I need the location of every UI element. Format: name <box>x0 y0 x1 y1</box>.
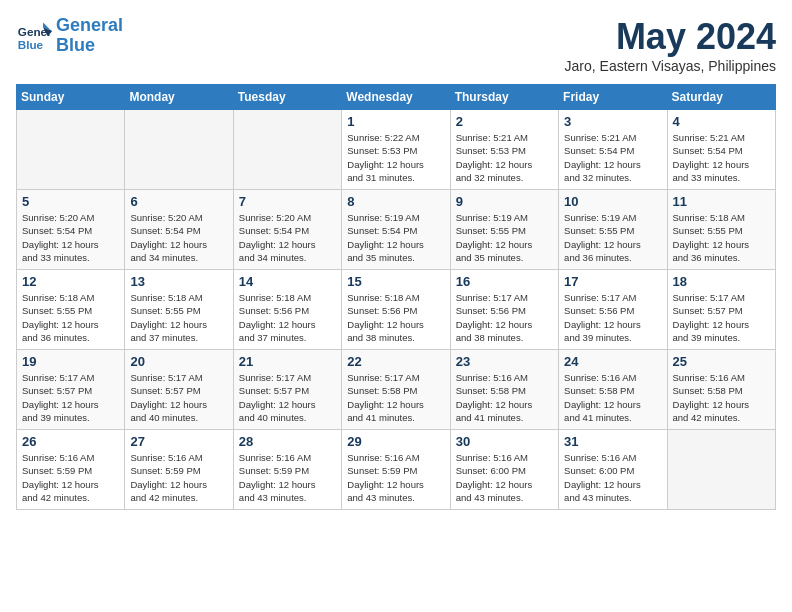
day-number: 12 <box>22 274 119 289</box>
day-number: 7 <box>239 194 336 209</box>
page-header: General Blue General Blue May 2024 Jaro,… <box>16 16 776 74</box>
calendar-day: 16Sunrise: 5:17 AM Sunset: 5:56 PM Dayli… <box>450 270 558 350</box>
calendar-day: 15Sunrise: 5:18 AM Sunset: 5:56 PM Dayli… <box>342 270 450 350</box>
day-info: Sunrise: 5:18 AM Sunset: 5:56 PM Dayligh… <box>347 291 444 344</box>
day-info: Sunrise: 5:17 AM Sunset: 5:57 PM Dayligh… <box>130 371 227 424</box>
day-info: Sunrise: 5:16 AM Sunset: 5:58 PM Dayligh… <box>564 371 661 424</box>
day-info: Sunrise: 5:22 AM Sunset: 5:53 PM Dayligh… <box>347 131 444 184</box>
weekday-header: Tuesday <box>233 85 341 110</box>
calendar-day: 24Sunrise: 5:16 AM Sunset: 5:58 PM Dayli… <box>559 350 667 430</box>
day-number: 20 <box>130 354 227 369</box>
weekday-header: Saturday <box>667 85 775 110</box>
title-area: May 2024 Jaro, Eastern Visayas, Philippi… <box>565 16 776 74</box>
calendar-day: 30Sunrise: 5:16 AM Sunset: 6:00 PM Dayli… <box>450 430 558 510</box>
calendar-day: 12Sunrise: 5:18 AM Sunset: 5:55 PM Dayli… <box>17 270 125 350</box>
calendar-day: 31Sunrise: 5:16 AM Sunset: 6:00 PM Dayli… <box>559 430 667 510</box>
day-info: Sunrise: 5:16 AM Sunset: 6:00 PM Dayligh… <box>456 451 553 504</box>
calendar-day: 29Sunrise: 5:16 AM Sunset: 5:59 PM Dayli… <box>342 430 450 510</box>
calendar-day: 25Sunrise: 5:16 AM Sunset: 5:58 PM Dayli… <box>667 350 775 430</box>
calendar-day: 27Sunrise: 5:16 AM Sunset: 5:59 PM Dayli… <box>125 430 233 510</box>
day-number: 15 <box>347 274 444 289</box>
calendar-day: 1Sunrise: 5:22 AM Sunset: 5:53 PM Daylig… <box>342 110 450 190</box>
day-info: Sunrise: 5:17 AM Sunset: 5:57 PM Dayligh… <box>239 371 336 424</box>
weekday-header: Wednesday <box>342 85 450 110</box>
day-info: Sunrise: 5:20 AM Sunset: 5:54 PM Dayligh… <box>22 211 119 264</box>
calendar-day: 28Sunrise: 5:16 AM Sunset: 5:59 PM Dayli… <box>233 430 341 510</box>
calendar-day <box>667 430 775 510</box>
day-info: Sunrise: 5:16 AM Sunset: 5:58 PM Dayligh… <box>456 371 553 424</box>
weekday-header: Friday <box>559 85 667 110</box>
day-number: 2 <box>456 114 553 129</box>
day-info: Sunrise: 5:17 AM Sunset: 5:56 PM Dayligh… <box>564 291 661 344</box>
weekday-header-row: SundayMondayTuesdayWednesdayThursdayFrid… <box>17 85 776 110</box>
day-number: 9 <box>456 194 553 209</box>
calendar-day: 8Sunrise: 5:19 AM Sunset: 5:54 PM Daylig… <box>342 190 450 270</box>
day-info: Sunrise: 5:20 AM Sunset: 5:54 PM Dayligh… <box>239 211 336 264</box>
day-number: 28 <box>239 434 336 449</box>
day-info: Sunrise: 5:18 AM Sunset: 5:55 PM Dayligh… <box>130 291 227 344</box>
svg-text:Blue: Blue <box>18 37 44 50</box>
day-info: Sunrise: 5:16 AM Sunset: 5:59 PM Dayligh… <box>130 451 227 504</box>
day-number: 6 <box>130 194 227 209</box>
day-number: 26 <box>22 434 119 449</box>
day-number: 11 <box>673 194 770 209</box>
calendar-week-row: 26Sunrise: 5:16 AM Sunset: 5:59 PM Dayli… <box>17 430 776 510</box>
calendar-day: 17Sunrise: 5:17 AM Sunset: 5:56 PM Dayli… <box>559 270 667 350</box>
day-number: 10 <box>564 194 661 209</box>
day-number: 30 <box>456 434 553 449</box>
calendar-week-row: 19Sunrise: 5:17 AM Sunset: 5:57 PM Dayli… <box>17 350 776 430</box>
day-number: 14 <box>239 274 336 289</box>
day-number: 21 <box>239 354 336 369</box>
day-info: Sunrise: 5:18 AM Sunset: 5:56 PM Dayligh… <box>239 291 336 344</box>
day-info: Sunrise: 5:18 AM Sunset: 5:55 PM Dayligh… <box>22 291 119 344</box>
logo-line2: Blue <box>56 35 95 55</box>
day-number: 19 <box>22 354 119 369</box>
calendar-day: 20Sunrise: 5:17 AM Sunset: 5:57 PM Dayli… <box>125 350 233 430</box>
calendar-table: SundayMondayTuesdayWednesdayThursdayFrid… <box>16 84 776 510</box>
calendar-day <box>125 110 233 190</box>
calendar-day: 9Sunrise: 5:19 AM Sunset: 5:55 PM Daylig… <box>450 190 558 270</box>
day-number: 4 <box>673 114 770 129</box>
calendar-week-row: 5Sunrise: 5:20 AM Sunset: 5:54 PM Daylig… <box>17 190 776 270</box>
day-info: Sunrise: 5:18 AM Sunset: 5:55 PM Dayligh… <box>673 211 770 264</box>
day-info: Sunrise: 5:21 AM Sunset: 5:54 PM Dayligh… <box>564 131 661 184</box>
logo-icon: General Blue <box>16 18 52 54</box>
day-info: Sunrise: 5:17 AM Sunset: 5:57 PM Dayligh… <box>22 371 119 424</box>
calendar-day: 21Sunrise: 5:17 AM Sunset: 5:57 PM Dayli… <box>233 350 341 430</box>
day-number: 16 <box>456 274 553 289</box>
day-number: 17 <box>564 274 661 289</box>
day-number: 8 <box>347 194 444 209</box>
calendar-day: 10Sunrise: 5:19 AM Sunset: 5:55 PM Dayli… <box>559 190 667 270</box>
day-number: 18 <box>673 274 770 289</box>
logo: General Blue General Blue <box>16 16 123 56</box>
calendar-day: 11Sunrise: 5:18 AM Sunset: 5:55 PM Dayli… <box>667 190 775 270</box>
day-number: 24 <box>564 354 661 369</box>
day-info: Sunrise: 5:16 AM Sunset: 5:59 PM Dayligh… <box>239 451 336 504</box>
day-info: Sunrise: 5:16 AM Sunset: 5:58 PM Dayligh… <box>673 371 770 424</box>
location: Jaro, Eastern Visayas, Philippines <box>565 58 776 74</box>
calendar-day <box>233 110 341 190</box>
weekday-header: Sunday <box>17 85 125 110</box>
calendar-week-row: 1Sunrise: 5:22 AM Sunset: 5:53 PM Daylig… <box>17 110 776 190</box>
calendar-day: 14Sunrise: 5:18 AM Sunset: 5:56 PM Dayli… <box>233 270 341 350</box>
day-info: Sunrise: 5:17 AM Sunset: 5:56 PM Dayligh… <box>456 291 553 344</box>
day-info: Sunrise: 5:19 AM Sunset: 5:55 PM Dayligh… <box>456 211 553 264</box>
logo-line1: General <box>56 15 123 35</box>
day-number: 31 <box>564 434 661 449</box>
day-info: Sunrise: 5:17 AM Sunset: 5:57 PM Dayligh… <box>673 291 770 344</box>
day-number: 23 <box>456 354 553 369</box>
calendar-day: 4Sunrise: 5:21 AM Sunset: 5:54 PM Daylig… <box>667 110 775 190</box>
day-number: 27 <box>130 434 227 449</box>
calendar-day: 5Sunrise: 5:20 AM Sunset: 5:54 PM Daylig… <box>17 190 125 270</box>
day-number: 25 <box>673 354 770 369</box>
calendar-day: 19Sunrise: 5:17 AM Sunset: 5:57 PM Dayli… <box>17 350 125 430</box>
month-title: May 2024 <box>565 16 776 58</box>
calendar-week-row: 12Sunrise: 5:18 AM Sunset: 5:55 PM Dayli… <box>17 270 776 350</box>
day-number: 5 <box>22 194 119 209</box>
day-info: Sunrise: 5:16 AM Sunset: 6:00 PM Dayligh… <box>564 451 661 504</box>
day-info: Sunrise: 5:21 AM Sunset: 5:54 PM Dayligh… <box>673 131 770 184</box>
calendar-day: 2Sunrise: 5:21 AM Sunset: 5:53 PM Daylig… <box>450 110 558 190</box>
day-number: 13 <box>130 274 227 289</box>
day-number: 22 <box>347 354 444 369</box>
day-info: Sunrise: 5:16 AM Sunset: 5:59 PM Dayligh… <box>347 451 444 504</box>
